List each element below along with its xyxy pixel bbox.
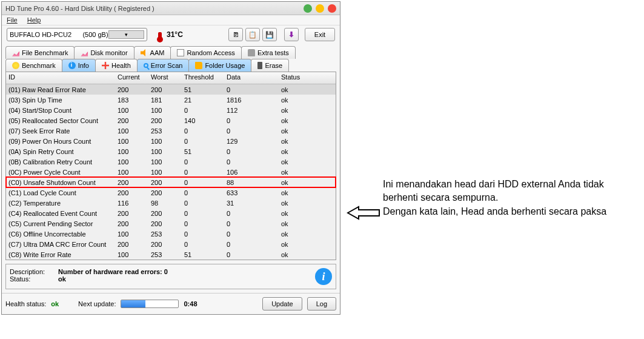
cell-data: 31: [224, 198, 279, 208]
cell-data: 0: [224, 229, 279, 239]
cell-id: (C4) Reallocated Event Count: [6, 209, 115, 218]
save-button[interactable]: [262, 28, 277, 41]
header-data[interactable]: Data: [224, 72, 279, 84]
smart-table: ID Current Worst Threshold Data Status (…: [5, 72, 336, 260]
header-worst[interactable]: Worst: [148, 72, 182, 84]
cell-thr: 51: [182, 85, 224, 95]
table-row[interactable]: (01) Raw Read Error Rate200200510ok: [6, 84, 336, 95]
drive-selected-label: BUFFALO HD-PCU2 (500 gB): [10, 31, 108, 38]
tab-folder-usage[interactable]: Folder Usage: [188, 59, 251, 72]
health-status-label: Health status:: [5, 300, 46, 307]
cell-id: (05) Reallocated Sector Count: [6, 116, 115, 126]
info-circle-icon[interactable]: i: [315, 268, 332, 285]
cell-thr: 0: [182, 157, 224, 167]
table-row[interactable]: (05) Reallocated Sector Count2002001400o…: [6, 115, 336, 126]
screenshot-button[interactable]: [245, 28, 260, 41]
table-row[interactable]: (C6) Offline Uncorrectable10025300ok: [6, 229, 336, 239]
cell-status: ok: [279, 85, 336, 95]
cell-cur: 183: [115, 95, 148, 105]
download-button[interactable]: ⬇: [284, 28, 299, 41]
menu-file[interactable]: File: [7, 16, 18, 24]
copy-button[interactable]: [228, 28, 243, 41]
cell-cur: 116: [115, 198, 148, 208]
cell-cur: 200: [115, 178, 148, 187]
cell-cur: 200: [115, 188, 148, 198]
cell-status: ok: [279, 116, 336, 126]
table-row[interactable]: (C8) Write Error Rate100253510ok: [6, 249, 336, 260]
next-update-progress: [121, 300, 179, 308]
header-status[interactable]: Status: [279, 72, 336, 84]
table-row[interactable]: (C5) Current Pending Sector20020000ok: [6, 218, 336, 229]
cell-cur: 200: [115, 116, 148, 126]
update-button[interactable]: Update: [262, 297, 302, 310]
cell-data: 0: [224, 147, 279, 156]
cell-cur: 200: [115, 85, 148, 95]
close-button[interactable]: [328, 4, 336, 13]
header-threshold[interactable]: Threshold: [182, 72, 224, 84]
next-update-label: Next update:: [78, 300, 116, 307]
table-row[interactable]: (C2) Temperature11698031ok: [6, 198, 336, 208]
next-update-value: 0:48: [184, 300, 197, 307]
log-button[interactable]: Log: [307, 297, 336, 310]
table-row[interactable]: (0C) Power Cycle Count1001000106ok: [6, 167, 336, 177]
table-row[interactable]: (C0) Unsafe Shutdown Count200200088ok: [6, 177, 336, 187]
tab-aam[interactable]: AAM: [134, 46, 171, 59]
save-icon: [265, 30, 274, 39]
header-current[interactable]: Current: [115, 72, 148, 84]
cell-worst: 200: [148, 219, 182, 229]
header-id[interactable]: ID: [6, 72, 115, 84]
tabs-area: File Benchmark Disk monitor AAM Random A…: [2, 44, 340, 72]
description-box: Description: Number of hardware read err…: [5, 264, 336, 289]
cell-thr: 0: [182, 136, 224, 146]
maximize-button[interactable]: [316, 4, 324, 13]
tab-info[interactable]: Info: [62, 59, 96, 72]
cell-data: 0: [224, 219, 279, 229]
tab-random-access[interactable]: Random Access: [170, 46, 241, 59]
table-row[interactable]: (C7) Ultra DMA CRC Error Count20020000ok: [6, 239, 336, 249]
cell-thr: 0: [182, 188, 224, 198]
cell-worst: 100: [148, 147, 182, 156]
status-label: Status:: [10, 275, 58, 283]
table-row[interactable]: (0A) Spin Retry Count100100510ok: [6, 146, 336, 156]
table-row[interactable]: (03) Spin Up Time183181211816ok: [6, 95, 336, 105]
cell-worst: 100: [148, 157, 182, 167]
cell-thr: 0: [182, 178, 224, 187]
table-row[interactable]: (09) Power On Hours Count1001000129ok: [6, 136, 336, 146]
tab-health[interactable]: Health: [95, 59, 138, 72]
table-row[interactable]: (0B) Calibration Retry Count10010000ok: [6, 156, 336, 167]
menu-help[interactable]: Help: [27, 16, 41, 24]
tab-error-scan[interactable]: Error Scan: [137, 59, 190, 72]
cell-id: (04) Start/Stop Count: [6, 106, 115, 115]
cell-thr: 21: [182, 95, 224, 105]
table-row[interactable]: (C1) Load Cycle Count2002000633ok: [6, 187, 336, 198]
tab-extra-tests[interactable]: Extra tests: [241, 46, 296, 59]
table-row[interactable]: (04) Start/Stop Count1001000112ok: [6, 105, 336, 115]
drive-select[interactable]: BUFFALO HD-PCU2 (500 gB) ▾: [7, 28, 147, 41]
doc-icon: [177, 49, 184, 56]
cell-worst: 253: [148, 229, 182, 239]
download-icon: ⬇: [288, 30, 294, 39]
cell-data: 88: [224, 178, 279, 187]
cell-id: (03) Spin Up Time: [6, 95, 115, 105]
tab-file-benchmark[interactable]: File Benchmark: [5, 46, 75, 59]
cell-thr: 0: [182, 167, 224, 177]
tab-disk-monitor[interactable]: Disk monitor: [74, 46, 134, 59]
titlebar[interactable]: HD Tune Pro 4.60 - Hard Disk Utility ( R…: [2, 2, 340, 15]
cell-cur: 200: [115, 209, 148, 218]
cell-cur: 200: [115, 240, 148, 249]
table-row[interactable]: (07) Seek Error Rate10025300ok: [6, 126, 336, 136]
tab-erase[interactable]: Erase: [251, 59, 289, 72]
cell-thr: 140: [182, 116, 224, 126]
cell-thr: 0: [182, 209, 224, 218]
cell-cur: 100: [115, 229, 148, 239]
cell-worst: 200: [148, 178, 182, 187]
health-icon: [102, 62, 109, 69]
cell-cur: 100: [115, 106, 148, 115]
table-row[interactable]: (C4) Reallocated Event Count20020000ok: [6, 208, 336, 218]
bulb-icon: [12, 62, 19, 69]
minimize-button[interactable]: [304, 4, 312, 13]
tab-benchmark[interactable]: Benchmark: [5, 59, 62, 72]
cell-thr: 0: [182, 198, 224, 208]
cell-status: ok: [279, 209, 336, 218]
exit-button[interactable]: Exit: [305, 28, 335, 41]
